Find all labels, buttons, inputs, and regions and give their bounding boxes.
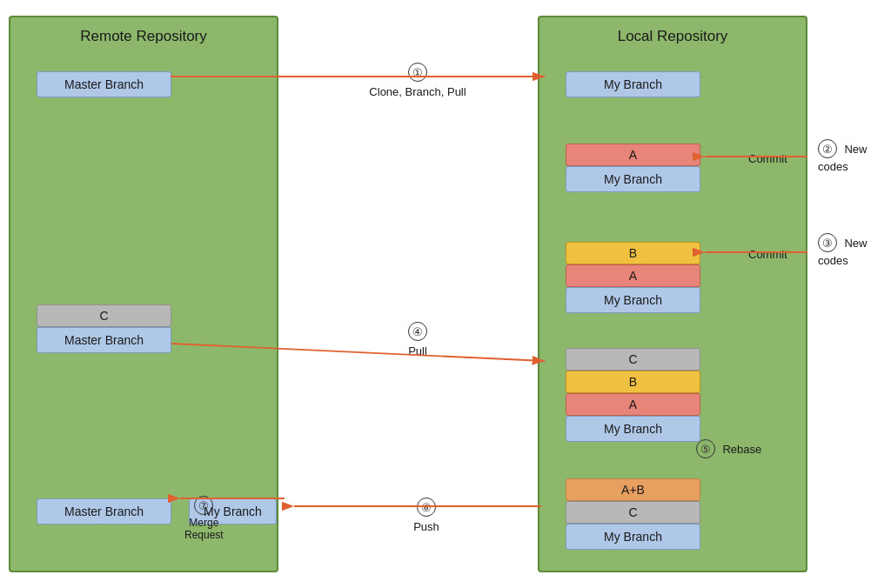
step5-area: ⑤ Rebase <box>696 439 761 458</box>
my-branch-label-3: My Branch <box>566 287 700 313</box>
my-branch-label-2: My Branch <box>566 166 700 192</box>
my-branch-label-4: My Branch <box>566 416 700 442</box>
master-branch-box-mid: C Master Branch <box>37 304 171 353</box>
remote-repo-box: Remote Repository Master Branch C Master… <box>9 16 278 572</box>
step3-area: ③ New codes <box>818 233 867 268</box>
block-a-2: A <box>566 264 700 287</box>
master-branch-box-bottom: Master Branch <box>37 498 171 525</box>
my-branch-box-2: A My Branch <box>566 144 700 192</box>
step3-commit: Commit <box>748 248 787 261</box>
my-branch-box-5: A+B C My Branch <box>566 478 700 550</box>
my-branch-box-1: My Branch <box>566 71 700 97</box>
step7-circle: ⑦ <box>194 496 213 515</box>
my-branch-label-1: My Branch <box>566 71 700 97</box>
step6-circle: ⑥ <box>417 498 436 517</box>
block-b-2: B <box>566 371 700 393</box>
remote-repo-title: Remote Repository <box>80 28 207 45</box>
step7-label: Merge Request <box>184 517 224 541</box>
step4-area: ④ Pull <box>287 322 548 357</box>
step1-circle: ① <box>408 63 427 82</box>
block-c-local: C <box>566 348 700 371</box>
master-branch-label-top: Master Branch <box>37 71 171 97</box>
diagram-wrapper: Remote Repository Master Branch C Master… <box>0 0 891 588</box>
step5-label: Rebase <box>722 443 761 456</box>
my-branch-label-5: My Branch <box>566 524 700 550</box>
block-c-remote: C <box>37 304 171 327</box>
block-a-3: A <box>566 393 700 416</box>
step4-label: Pull <box>287 344 548 357</box>
block-a-1: A <box>566 144 700 166</box>
local-repo-title: Local Repository <box>618 28 728 45</box>
step1-area: ① Clone, Branch, Pull <box>287 63 548 98</box>
step6-area: ⑥ Push <box>313 498 539 533</box>
step6-label: Push <box>313 520 539 533</box>
block-c-local-2: C <box>566 501 700 524</box>
step7-area: ⑦ Merge Request <box>184 496 224 541</box>
block-b-1: B <box>566 242 700 264</box>
step1-label: Clone, Branch, Pull <box>287 85 548 98</box>
step5-circle: ⑤ <box>696 439 715 458</box>
step3-circle: ③ <box>818 233 837 252</box>
step2-commit: Commit <box>748 152 787 165</box>
block-ab: A+B <box>566 478 700 501</box>
local-repo-box: Local Repository My Branch A My Branch B… <box>538 16 807 572</box>
step4-circle: ④ <box>408 322 427 341</box>
step2-area: ② New codes <box>818 139 867 174</box>
step2-circle: ② <box>818 139 837 158</box>
master-branch-label-bottom: Master Branch <box>37 498 171 525</box>
my-branch-box-4: C B A My Branch <box>566 348 700 442</box>
master-branch-label-mid: Master Branch <box>37 327 171 353</box>
my-branch-box-3: B A My Branch <box>566 242 700 313</box>
master-branch-box-top: Master Branch <box>37 71 171 97</box>
